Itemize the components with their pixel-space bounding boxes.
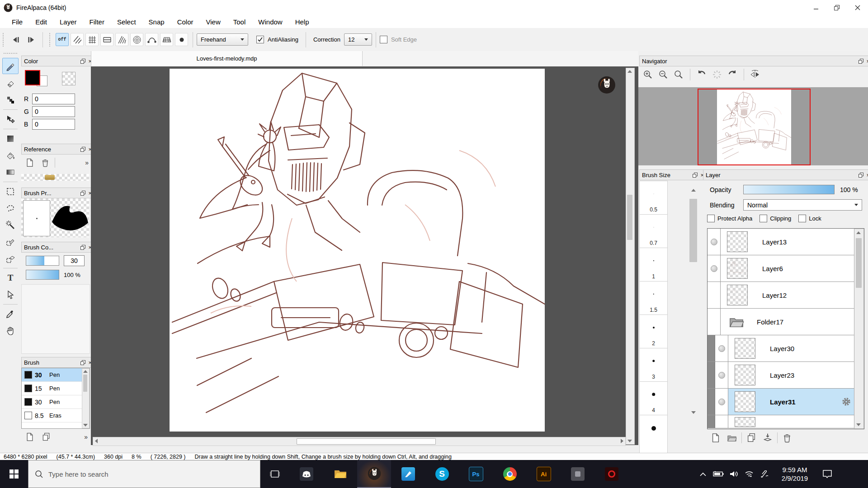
brush-list-scrollbar[interactable] (82, 368, 90, 428)
duplicate-layer-icon[interactable] (745, 432, 758, 444)
protect-alpha-checkbox[interactable] (707, 215, 715, 222)
snap-off-button[interactable]: off (56, 33, 69, 46)
brush-size-slider[interactable] (26, 256, 59, 266)
brush-size-item[interactable]: 0.7 (639, 214, 668, 248)
layer-visibility-toggle[interactable] (715, 362, 728, 388)
restore-button[interactable] (826, 0, 847, 15)
hide-left-panel-button[interactable] (8, 33, 24, 47)
blending-dropdown[interactable]: Normal (743, 199, 862, 211)
taskbar-search[interactable]: Type here to search (28, 460, 260, 488)
snap-grid-icon[interactable] (85, 33, 99, 46)
layer-item[interactable]: Layer23 (708, 362, 864, 389)
snap-horizontal-icon[interactable] (100, 33, 113, 46)
navigator-panel-header[interactable]: Navigator × (639, 56, 868, 66)
new-layer-icon[interactable] (709, 432, 722, 444)
start-button[interactable] (0, 460, 28, 488)
brush-item[interactable]: 30 Pen (22, 395, 90, 409)
canvas-hscrollbar[interactable] (93, 437, 626, 446)
snap-dot-icon[interactable] (175, 33, 188, 46)
layer-folder-item[interactable]: Folder17 (708, 309, 864, 335)
canvas-vscrollbar[interactable] (626, 68, 635, 445)
foreground-color-swatch[interactable] (25, 70, 40, 85)
close-panel-icon[interactable]: × (866, 58, 868, 64)
layer-list-scrollbar[interactable] (854, 229, 864, 429)
float-panel-icon[interactable] (80, 147, 85, 152)
brush-new-icon[interactable] (24, 431, 36, 443)
reference-new-icon[interactable] (24, 157, 36, 169)
brush-mode-dropdown[interactable]: Freehand (197, 33, 248, 46)
new-folder-icon[interactable] (725, 432, 739, 444)
rotate-ccw-icon[interactable] (695, 68, 708, 81)
select-rect-tool[interactable] (3, 184, 18, 199)
brush-item[interactable]: 30 Pen (22, 368, 90, 382)
reference-delete-icon[interactable] (39, 157, 51, 169)
zoom-out-icon[interactable] (656, 68, 670, 81)
brush-size-item[interactable]: 1.5 (639, 281, 668, 315)
merge-down-icon[interactable] (761, 432, 774, 444)
pen-tool[interactable] (2, 58, 19, 74)
toolbar-drag-handle[interactable] (3, 33, 5, 47)
task-view-button[interactable] (260, 460, 289, 488)
taskbar-app-skype[interactable]: S (425, 460, 459, 488)
layer-item-selected[interactable]: Layer31 (708, 389, 864, 415)
text-tool[interactable]: T (3, 270, 18, 286)
navigator-view[interactable] (638, 87, 868, 165)
taskbar-app-discord[interactable] (289, 460, 323, 488)
magic-wand-tool[interactable] (3, 217, 18, 233)
float-panel-icon[interactable] (859, 173, 863, 178)
tray-chevron-up-icon[interactable] (695, 472, 711, 476)
close-button[interactable] (847, 0, 868, 15)
menu-layer[interactable]: Layer (53, 16, 83, 28)
brush-size-item[interactable]: 4 (639, 381, 668, 415)
snap-parallel-icon[interactable] (71, 33, 84, 46)
layer-visibility-toggle[interactable] (708, 309, 721, 335)
battery-icon[interactable] (711, 471, 726, 477)
layer-visibility-toggle[interactable] (715, 335, 728, 361)
menu-select[interactable]: Select (111, 16, 142, 28)
float-panel-icon[interactable] (693, 173, 698, 178)
taskbar-app-chrome[interactable] (493, 460, 527, 488)
menu-view[interactable]: View (200, 16, 227, 28)
taskbar-app-illustrator[interactable]: Ai (527, 460, 561, 488)
menu-edit[interactable]: Edit (29, 16, 53, 28)
brush-size-item[interactable]: 2 (639, 314, 668, 348)
layer-item[interactable]: Layer13 (708, 229, 864, 255)
gradient-tool[interactable] (3, 164, 18, 180)
menu-file[interactable]: File (5, 16, 29, 28)
taskbar-app-firealpaca[interactable] (357, 460, 391, 488)
brush-size-item[interactable]: 1 (639, 248, 668, 282)
zoom-reset-icon[interactable] (672, 68, 685, 81)
brush-size-item[interactable]: 0.5 (639, 181, 668, 215)
brush-size-item[interactable]: 3 (639, 348, 668, 382)
menu-filter[interactable]: Filter (83, 16, 111, 28)
float-panel-icon[interactable] (80, 360, 85, 365)
eyedropper-tool[interactable] (3, 306, 18, 322)
b-field[interactable]: 0 (32, 119, 75, 130)
reference-strip[interactable] (21, 174, 89, 181)
layer-visibility-toggle[interactable] (708, 255, 721, 282)
menu-window[interactable]: Window (252, 16, 288, 28)
reference-more-button[interactable]: » (85, 159, 88, 166)
rotate-cw-icon[interactable] (726, 68, 739, 81)
action-center-icon[interactable] (817, 469, 837, 479)
taskbar-app-red[interactable] (594, 460, 628, 488)
brush-preview-panel-header[interactable]: Brush Pr... × (21, 188, 94, 198)
layer-visibility-toggle[interactable] (708, 229, 721, 255)
layer-visibility-toggle[interactable] (708, 282, 721, 308)
operation-tool[interactable] (3, 287, 18, 302)
tool-palette-drag-handle[interactable] (4, 53, 17, 56)
brush-opacity-slider[interactable] (26, 270, 59, 280)
float-panel-icon[interactable] (80, 191, 85, 196)
firealpaca-mascot-icon[interactable] (598, 76, 616, 94)
r-field[interactable]: 0 (32, 94, 75, 104)
rotate-reset-icon[interactable] (710, 68, 724, 81)
flip-horizontal-icon[interactable] (749, 68, 762, 81)
float-panel-icon[interactable] (80, 245, 85, 250)
minimize-button[interactable] (806, 0, 826, 15)
layer-settings-gear-icon[interactable] (841, 397, 851, 407)
brush-size-scrollbar[interactable] (689, 189, 698, 417)
brush-item[interactable]: 8.5 Eras (22, 409, 90, 422)
pen-tray-icon[interactable] (757, 470, 772, 478)
color-panel-header[interactable]: Color × (21, 56, 94, 66)
layer-item[interactable]: Layer30 (708, 335, 864, 362)
